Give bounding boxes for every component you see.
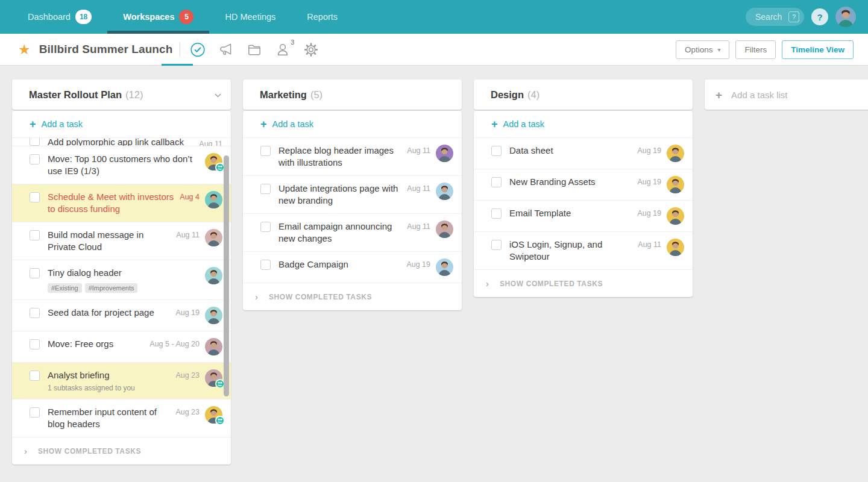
plus-icon: + [260,119,267,130]
task-checkbox[interactable] [30,308,40,318]
megaphone-icon[interactable] [218,40,234,58]
assignee-avatar [436,183,453,200]
task-meta [205,267,222,284]
members-icon[interactable]: 3 [275,40,291,58]
task-row[interactable]: Build modal message in Private CloudAug … [12,222,231,260]
task-tag: #Existing [48,283,82,293]
chevron-right-icon: › [255,292,258,301]
task-row[interactable]: Move: Free orgsAug 5 - Aug 20 [12,331,231,363]
favorite-star-icon[interactable]: ★ [18,43,31,57]
task-list-header[interactable]: Master Rollout Plan(12) [12,80,231,110]
list-scrollbar[interactable] [224,155,229,396]
show-completed-tasks-button[interactable]: ›SHOW COMPLETED TASKS [243,283,462,310]
task-title: Remember input content of blog headers [48,406,171,430]
project-tabs: 3 [190,40,319,58]
task-due-date: Aug 19 [637,146,661,155]
add-task-button[interactable]: +Add a task [243,111,462,138]
chevron-down-icon[interactable] [215,89,221,100]
search-input[interactable] [755,12,788,22]
task-due-date: Aug 19 [175,308,200,317]
task-list-body: +Add a taskAdd polymorphic app link call… [12,111,231,465]
task-checkbox[interactable] [260,146,271,156]
task-checkbox[interactable] [30,154,40,164]
task-checkbox[interactable] [491,146,502,156]
toolbar-actions: Options ▾ Filters Timeline View [676,40,854,59]
task-row[interactable]: New Branding AssetsAug 19 [474,169,693,201]
add-task-list-label: Add a task list [731,90,787,100]
task-list-header[interactable]: Design(4) [474,80,693,110]
task-checkbox[interactable] [30,138,40,146]
task-checkbox[interactable] [30,192,40,202]
task-row[interactable]: Schedule & Meet with investors to discus… [12,184,231,222]
task-list-body: +Add a taskData sheetAug 19New Branding … [474,111,693,297]
help-button[interactable]: ? [811,8,828,25]
folder-icon[interactable] [247,40,262,58]
task-due-date: Aug 11 [407,222,430,231]
task-checkbox[interactable] [491,177,502,187]
nav-item-reports[interactable]: Reports [291,0,353,34]
task-meta [205,153,222,171]
task-row[interactable]: Add polymorphic app link callbackAug 11 [12,138,231,146]
add-task-button[interactable]: +Add a task [474,111,693,138]
task-checkbox[interactable] [30,339,40,349]
plus-icon: + [30,119,36,130]
assignee-avatar [667,239,684,256]
filters-button[interactable]: Filters [735,40,776,59]
task-list-count: (5) [310,89,322,101]
task-checkbox[interactable] [260,222,271,232]
task-due-date: Aug 11 [199,140,222,146]
task-row[interactable]: Email campaign announcing new changesAug… [243,214,462,252]
profile-avatar[interactable] [835,7,856,27]
task-main: Email campaign announcing new changes [271,221,407,245]
tasks-check-icon[interactable] [190,40,206,58]
nav-item-hd-meetings[interactable]: HD Meetings [209,0,291,34]
task-board: Master Rollout Plan(12)+Add a taskAdd po… [0,66,868,482]
task-due-date: Aug 19 [406,260,430,269]
task-row[interactable]: Analyst briefing1 subtasks assigned to y… [12,363,231,399]
task-row[interactable]: Badge CampaignAug 19 [243,252,462,283]
task-due-date: Aug 5 - Aug 20 [149,340,200,348]
task-checkbox[interactable] [260,184,271,194]
task-meta: Aug 23 [175,406,222,424]
task-title: Badge Campaign [278,258,401,271]
task-checkbox[interactable] [491,208,502,219]
task-checkbox[interactable] [30,230,40,240]
nav-item-dashboard[interactable]: Dashboard18 [12,0,107,34]
task-row[interactable]: Tiny dialog header#Existing#Improvements [12,260,231,300]
task-meta: Aug 19 [637,207,684,225]
show-completed-tasks-button[interactable]: ›SHOW COMPLETED TASKS [12,437,231,465]
task-row[interactable]: Replace blog header images with illustra… [243,138,462,176]
task-row[interactable]: Update integrations page with new brandi… [243,176,462,214]
task-checkbox[interactable] [260,260,271,270]
search-box[interactable]: ? [746,8,804,26]
task-row[interactable]: Move: Top 100 customers who don’t use IE… [12,146,231,184]
gear-icon[interactable] [303,40,319,58]
task-main: Replace blog header images with illustra… [271,145,407,169]
task-due-date: Aug 11 [407,146,430,155]
show-completed-tasks-button[interactable]: ›SHOW COMPLETED TASKS [474,270,693,297]
options-button[interactable]: Options ▾ [676,40,730,59]
task-checkbox[interactable] [30,268,40,278]
project-title[interactable]: Billbird Summer Launch [39,43,173,56]
add-task-list-button[interactable]: + Add a task list [705,80,868,110]
task-due-date: Aug 23 [175,371,200,380]
task-checkbox[interactable] [491,240,502,250]
task-title: Data sheet [509,145,632,157]
task-checkbox[interactable] [30,407,40,418]
options-label: Options [685,45,713,54]
task-row[interactable]: Data sheetAug 19 [474,138,693,169]
timeline-view-button[interactable]: Timeline View [782,40,854,59]
task-checkbox[interactable] [30,371,40,381]
nav-item-label: Workspaces [123,12,174,22]
task-title: Analyst briefing [48,369,171,381]
task-row[interactable]: Email TemplateAug 19 [474,201,693,232]
task-list-header[interactable]: Marketing(5) [243,80,462,110]
task-row[interactable]: iOS Login, Signup, and SwipetourAug 11 [474,232,693,270]
add-task-button[interactable]: +Add a task [12,111,231,138]
nav-item-workspaces[interactable]: Workspaces5 [107,0,209,34]
title-divider [180,42,180,57]
group-badge-icon [215,416,225,425]
task-meta: Aug 23 [175,369,222,387]
task-row[interactable]: Seed data for project pageAug 19 [12,300,231,331]
task-row[interactable]: Remember input content of blog headersAu… [12,399,231,437]
